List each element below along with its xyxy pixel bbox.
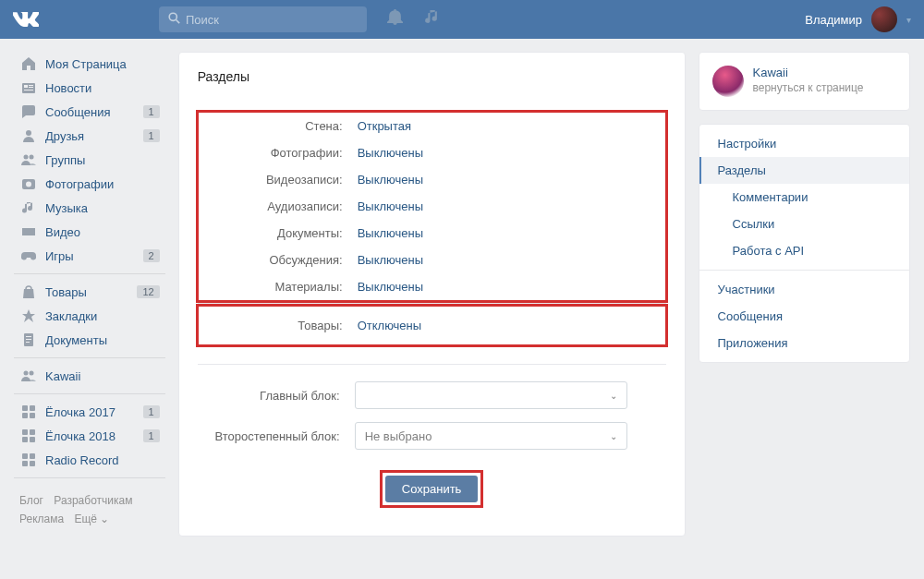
music-icon — [19, 200, 38, 215]
nav-item[interactable]: Kawaii — [14, 364, 165, 388]
photo-icon — [19, 176, 38, 191]
search-icon — [168, 12, 180, 27]
setting-row: Аудиозаписи:Выключены — [201, 193, 663, 220]
footer-link[interactable]: Реклама — [19, 513, 64, 525]
svg-rect-29 — [22, 453, 28, 459]
nav-item[interactable]: Фотографии — [14, 172, 165, 196]
music-icon[interactable] — [423, 9, 439, 30]
vk-logo[interactable] — [13, 6, 39, 32]
nav-item[interactable]: Новости — [14, 76, 165, 100]
footer-links: Блог Разработчикам Реклама Ещё ⌄ — [14, 484, 165, 537]
setting-value[interactable]: Выключены — [358, 199, 423, 213]
nav-label: Сообщения — [45, 105, 143, 119]
search-box[interactable] — [159, 6, 367, 32]
group-back-link[interactable]: вернуться к странице — [753, 81, 864, 94]
svg-rect-13 — [22, 226, 35, 228]
setting-label: Видеозаписи: — [201, 173, 358, 187]
save-button[interactable]: Сохранить — [385, 476, 479, 502]
setting-row: Материалы:Выключены — [201, 273, 663, 300]
groups-icon — [19, 152, 38, 167]
home-icon — [19, 56, 38, 71]
svg-point-11 — [26, 182, 31, 187]
nav-item[interactable]: Товары12 — [14, 280, 165, 304]
setting-label: Товары: — [201, 319, 358, 332]
svg-rect-28 — [30, 437, 35, 442]
svg-rect-18 — [26, 342, 30, 343]
footer-link[interactable]: Ещё ⌄ — [74, 513, 109, 525]
setting-row: Товары:Отключены — [201, 312, 663, 339]
setting-value[interactable]: Выключены — [358, 280, 423, 294]
setting-row: Стена:Открытая — [201, 113, 663, 139]
svg-rect-16 — [26, 336, 31, 337]
svg-point-7 — [26, 130, 31, 136]
svg-rect-27 — [22, 437, 28, 442]
left-sidebar: Моя СтраницаНовостиСообщения1Друзья1Груп… — [14, 52, 165, 537]
svg-point-0 — [169, 13, 176, 20]
settings-nav-item[interactable]: Настройки — [699, 130, 909, 157]
nav-item[interactable]: Группы — [14, 148, 165, 172]
setting-value[interactable]: Выключены — [358, 226, 423, 240]
svg-rect-6 — [29, 87, 33, 88]
docs-icon — [19, 332, 38, 347]
svg-rect-22 — [30, 405, 35, 411]
setting-label: Аудиозаписи: — [201, 199, 358, 213]
nav-item[interactable]: Закладки — [14, 304, 165, 328]
header-user[interactable]: Владимир ▾ — [805, 6, 911, 32]
nav-item[interactable]: Игры2 — [14, 244, 165, 268]
nav-item[interactable]: Видео — [14, 220, 165, 244]
settings-nav-item[interactable]: Приложения — [699, 330, 909, 356]
setting-value[interactable]: Выключены — [358, 173, 423, 187]
nav-label: Видео — [45, 225, 160, 239]
nav-label: Игры — [45, 249, 143, 263]
highlight-products: Товары:Отключены — [196, 304, 668, 347]
nav-item[interactable]: Друзья1 — [14, 124, 165, 148]
svg-rect-23 — [22, 413, 28, 418]
setting-value[interactable]: Выключены — [358, 253, 423, 267]
settings-nav-item[interactable]: Разделы — [699, 157, 909, 184]
svg-rect-30 — [30, 453, 35, 459]
settings-nav-item[interactable]: Ссылки — [699, 211, 909, 237]
settings-nav-item[interactable]: Участники — [699, 276, 909, 303]
footer-link[interactable]: Разработчикам — [54, 494, 132, 507]
nav-item[interactable]: Документы — [14, 328, 165, 352]
svg-rect-25 — [22, 429, 28, 435]
groups-icon — [19, 368, 38, 383]
nav-label: Товары — [45, 285, 137, 299]
settings-nav-item[interactable]: Работа с API — [699, 237, 909, 264]
nav-item[interactable]: Музыка — [14, 196, 165, 220]
search-input[interactable] — [186, 13, 358, 27]
secondary-block-label: Второстепенный блок: — [198, 429, 355, 443]
chevron-down-icon: ⌄ — [610, 431, 617, 441]
setting-row: Обсуждения:Выключены — [201, 247, 663, 273]
settings-nav-item[interactable]: Комментарии — [699, 184, 909, 211]
main-block-select[interactable]: ⌄ — [355, 381, 627, 409]
notifications-icon[interactable] — [387, 9, 403, 30]
svg-rect-2 — [22, 83, 35, 93]
secondary-block-select[interactable]: Не выбрано ⌄ — [355, 422, 627, 450]
setting-value[interactable]: Открытая — [358, 119, 411, 133]
nav-badge: 1 — [143, 429, 160, 442]
settings-nav-item[interactable]: Сообщения — [699, 303, 909, 330]
footer-link[interactable]: Блог — [19, 494, 43, 507]
nav-item[interactable]: Сообщения1 — [14, 100, 165, 124]
username: Владимир — [805, 13, 862, 27]
setting-value[interactable]: Отключены — [358, 319, 421, 332]
nav-badge: 1 — [143, 105, 160, 118]
divider — [14, 393, 165, 394]
nav-item[interactable]: Моя Страница — [14, 52, 165, 76]
nav-item[interactable]: Ёлочка 20181 — [14, 424, 165, 448]
setting-label: Фотографии: — [201, 146, 358, 160]
svg-point-8 — [24, 155, 29, 160]
svg-rect-32 — [30, 461, 35, 466]
setting-value[interactable]: Выключены — [358, 146, 423, 160]
nav-label: Ёлочка 2017 — [45, 405, 143, 419]
nav-label: Музыка — [45, 201, 160, 215]
nav-item[interactable]: Radio Record — [14, 448, 165, 472]
nav-badge: 1 — [143, 129, 160, 142]
group-header[interactable]: Kawaii вернуться к странице — [699, 52, 910, 111]
highlight-sections: Стена:ОткрытаяФотографии:ВыключеныВидеоз… — [196, 110, 668, 303]
friends-icon — [19, 128, 38, 143]
nav-label: Новости — [45, 81, 160, 95]
nav-item[interactable]: Ёлочка 20171 — [14, 400, 165, 424]
main-block-row: Главный блок: ⌄ — [198, 381, 666, 409]
